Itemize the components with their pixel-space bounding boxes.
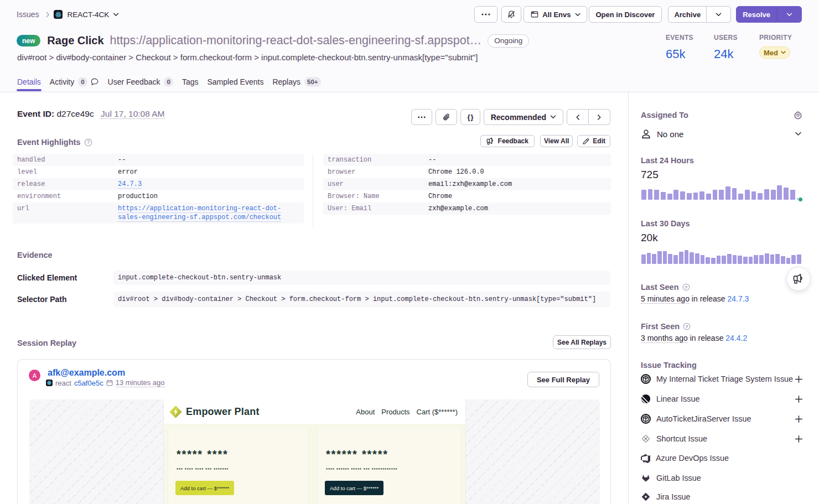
svg-text:?: ? [87, 139, 90, 145]
svg-text:?: ? [686, 324, 688, 329]
svg-text:?: ? [685, 285, 687, 290]
